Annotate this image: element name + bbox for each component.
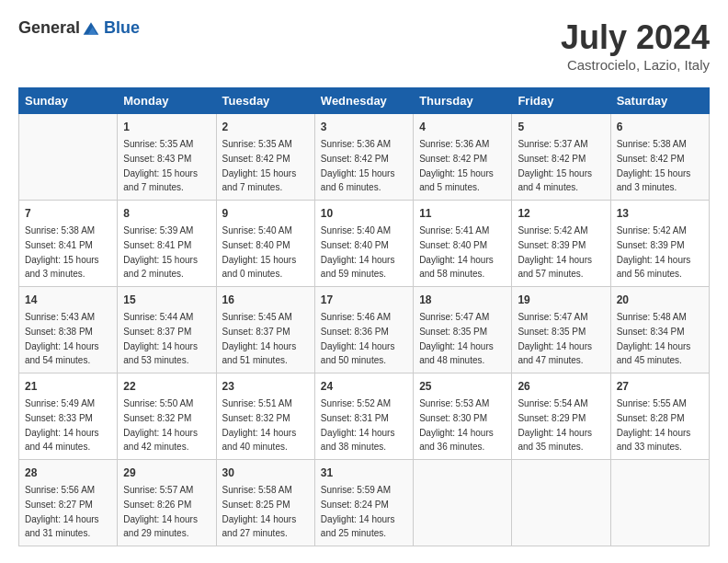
day-info: Sunrise: 5:36 AM Sunset: 8:42 PM Dayligh… [419,139,494,192]
calendar-cell: 25Sunrise: 5:53 AM Sunset: 8:30 PM Dayli… [414,373,512,460]
day-info: Sunrise: 5:35 AM Sunset: 8:43 PM Dayligh… [123,139,198,192]
day-number: 16 [222,292,309,308]
day-info: Sunrise: 5:53 AM Sunset: 8:30 PM Dayligh… [419,398,494,452]
day-number: 30 [222,465,309,481]
calendar-cell: 15Sunrise: 5:44 AM Sunset: 8:37 PM Dayli… [118,287,216,373]
day-info: Sunrise: 5:52 AM Sunset: 8:31 PM Dayligh… [321,398,395,452]
page-header: General Blue July 2024 Castrocielo, Lazi… [18,18,710,73]
day-number: 19 [518,292,604,308]
day-number: 22 [123,378,210,395]
calendar-cell: 28Sunrise: 5:56 AM Sunset: 8:27 PM Dayli… [19,460,118,546]
day-info: Sunrise: 5:55 AM Sunset: 8:28 PM Dayligh… [617,398,691,452]
header-friday: Friday [512,88,610,114]
calendar-cell: 24Sunrise: 5:52 AM Sunset: 8:31 PM Dayli… [314,373,413,460]
calendar-cell [610,460,709,546]
day-info: Sunrise: 5:36 AM Sunset: 8:42 PM Dayligh… [321,139,395,192]
calendar-cell: 23Sunrise: 5:51 AM Sunset: 8:32 PM Dayli… [216,373,314,460]
header-wednesday: Wednesday [314,88,413,114]
day-number: 31 [321,465,407,481]
day-number: 27 [617,378,703,395]
calendar-cell: 13Sunrise: 5:42 AM Sunset: 8:39 PM Dayli… [610,201,709,287]
day-info: Sunrise: 5:35 AM Sunset: 8:42 PM Dayligh… [222,139,297,192]
calendar-cell: 18Sunrise: 5:47 AM Sunset: 8:35 PM Dayli… [414,287,512,373]
calendar-cell [414,460,512,546]
day-info: Sunrise: 5:41 AM Sunset: 8:40 PM Dayligh… [419,225,494,279]
title-block: July 2024 Castrocielo, Lazio, Italy [561,18,710,73]
day-number: 26 [518,378,604,395]
day-info: Sunrise: 5:45 AM Sunset: 8:37 PM Dayligh… [222,312,297,365]
week-row-3: 14Sunrise: 5:43 AM Sunset: 8:38 PM Dayli… [19,287,710,373]
day-info: Sunrise: 5:47 AM Sunset: 8:35 PM Dayligh… [518,312,592,365]
week-row-5: 28Sunrise: 5:56 AM Sunset: 8:27 PM Dayli… [19,460,710,546]
day-number: 28 [25,465,111,481]
day-number: 18 [419,292,506,308]
day-number: 15 [123,292,210,308]
week-row-1: 1Sunrise: 5:35 AM Sunset: 8:43 PM Daylig… [19,114,710,201]
calendar-cell: 21Sunrise: 5:49 AM Sunset: 8:33 PM Dayli… [19,373,118,460]
calendar-cell: 16Sunrise: 5:45 AM Sunset: 8:37 PM Dayli… [216,287,314,373]
month-title: July 2024 [561,18,710,57]
day-info: Sunrise: 5:48 AM Sunset: 8:34 PM Dayligh… [617,312,691,365]
calendar-cell: 10Sunrise: 5:40 AM Sunset: 8:40 PM Dayli… [314,201,413,287]
day-number: 23 [222,378,309,395]
calendar-cell: 22Sunrise: 5:50 AM Sunset: 8:32 PM Dayli… [118,373,216,460]
calendar-cell: 26Sunrise: 5:54 AM Sunset: 8:29 PM Dayli… [512,373,610,460]
day-info: Sunrise: 5:43 AM Sunset: 8:38 PM Dayligh… [25,312,99,365]
calendar-cell: 19Sunrise: 5:47 AM Sunset: 8:35 PM Dayli… [512,287,610,373]
day-number: 6 [617,119,703,135]
day-number: 20 [617,292,703,308]
calendar-cell: 3Sunrise: 5:36 AM Sunset: 8:42 PM Daylig… [314,114,413,201]
day-number: 25 [419,378,506,395]
day-number: 10 [321,205,407,222]
logo-blue: Blue [104,18,140,38]
day-info: Sunrise: 5:57 AM Sunset: 8:26 PM Dayligh… [123,485,198,538]
day-info: Sunrise: 5:40 AM Sunset: 8:40 PM Dayligh… [222,225,297,279]
day-number: 12 [518,205,604,222]
day-number: 7 [25,205,111,222]
day-number: 13 [617,205,703,222]
logo-general: General [18,18,80,38]
day-info: Sunrise: 5:54 AM Sunset: 8:29 PM Dayligh… [518,398,592,452]
calendar-cell: 14Sunrise: 5:43 AM Sunset: 8:38 PM Dayli… [19,287,118,373]
header-thursday: Thursday [414,88,512,114]
calendar-cell: 20Sunrise: 5:48 AM Sunset: 8:34 PM Dayli… [610,287,709,373]
header-sunday: Sunday [19,88,118,114]
calendar-cell: 1Sunrise: 5:35 AM Sunset: 8:43 PM Daylig… [118,114,216,201]
day-number: 4 [419,119,506,135]
calendar-cell: 12Sunrise: 5:42 AM Sunset: 8:39 PM Dayli… [512,201,610,287]
calendar-cell: 17Sunrise: 5:46 AM Sunset: 8:36 PM Dayli… [314,287,413,373]
day-number: 24 [321,378,407,395]
day-number: 2 [222,119,309,135]
calendar-cell: 6Sunrise: 5:38 AM Sunset: 8:42 PM Daylig… [610,114,709,201]
day-info: Sunrise: 5:51 AM Sunset: 8:32 PM Dayligh… [222,398,297,452]
calendar-cell: 8Sunrise: 5:39 AM Sunset: 8:41 PM Daylig… [118,201,216,287]
calendar-cell: 4Sunrise: 5:36 AM Sunset: 8:42 PM Daylig… [414,114,512,201]
calendar-cell: 11Sunrise: 5:41 AM Sunset: 8:40 PM Dayli… [414,201,512,287]
calendar-cell: 30Sunrise: 5:58 AM Sunset: 8:25 PM Dayli… [216,460,314,546]
header-monday: Monday [118,88,216,114]
day-info: Sunrise: 5:40 AM Sunset: 8:40 PM Dayligh… [321,225,395,279]
day-info: Sunrise: 5:47 AM Sunset: 8:35 PM Dayligh… [419,312,494,365]
location-title: Castrocielo, Lazio, Italy [561,57,710,73]
logo-icon [82,19,100,38]
day-info: Sunrise: 5:46 AM Sunset: 8:36 PM Dayligh… [321,312,395,365]
day-info: Sunrise: 5:49 AM Sunset: 8:33 PM Dayligh… [25,398,99,452]
day-info: Sunrise: 5:42 AM Sunset: 8:39 PM Dayligh… [617,225,691,279]
day-number: 1 [123,119,210,135]
calendar-table: SundayMondayTuesdayWednesdayThursdayFrid… [18,87,710,546]
calendar-cell: 5Sunrise: 5:37 AM Sunset: 8:42 PM Daylig… [512,114,610,201]
day-info: Sunrise: 5:39 AM Sunset: 8:41 PM Dayligh… [123,225,198,279]
day-number: 11 [419,205,506,222]
day-number: 9 [222,205,309,222]
day-info: Sunrise: 5:38 AM Sunset: 8:41 PM Dayligh… [25,225,99,279]
calendar-cell: 29Sunrise: 5:57 AM Sunset: 8:26 PM Dayli… [118,460,216,546]
week-row-2: 7Sunrise: 5:38 AM Sunset: 8:41 PM Daylig… [19,201,710,287]
logo: General Blue [18,18,140,38]
day-number: 14 [25,292,111,308]
day-info: Sunrise: 5:44 AM Sunset: 8:37 PM Dayligh… [123,312,198,365]
calendar-cell: 7Sunrise: 5:38 AM Sunset: 8:41 PM Daylig… [19,201,118,287]
calendar-header-row: SundayMondayTuesdayWednesdayThursdayFrid… [19,88,710,114]
week-row-4: 21Sunrise: 5:49 AM Sunset: 8:33 PM Dayli… [19,373,710,460]
calendar-cell: 27Sunrise: 5:55 AM Sunset: 8:28 PM Dayli… [610,373,709,460]
calendar-cell [512,460,610,546]
